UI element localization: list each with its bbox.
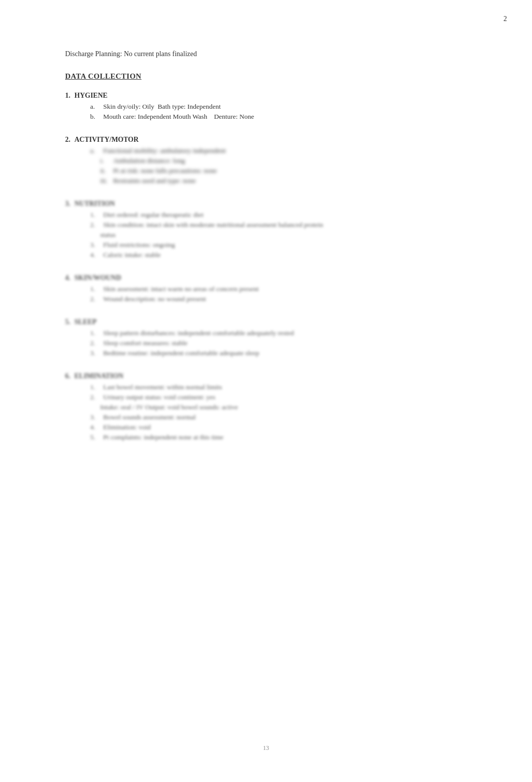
sub-item-3-4-text: Caloric intake: stable [103, 251, 161, 259]
item-5-header: 5. SLEEP [65, 318, 467, 326]
sub-item-4-1-text: Skin assessment: intact warm no areas of… [103, 285, 258, 293]
sub-letter-2a-3: iii. [100, 177, 109, 185]
item-2-header: 2. ACTIVITY/MOTOR [65, 136, 467, 144]
sub-item-1b: b. Mouth care: Independent Mouth Wash De… [90, 113, 467, 121]
discharge-planning-text: Discharge Planning: No current plans fin… [65, 50, 467, 58]
sub-item-2a-2-text: Pt at risk: none falls precautions: none [113, 167, 217, 175]
item-6-sublist: 1. Last bowel movement: within normal li… [65, 383, 467, 441]
sub-item-1a: a. Skin dry/oily: Oily Bath type: Indepe… [90, 103, 467, 111]
sub-item-6-4: 4. Elimination: void [90, 423, 467, 431]
sub-item-3-3-text: Fluid restrictions: ongoing [103, 241, 175, 249]
sub-item-5-1-text: Sleep pattern disturbances: independent … [103, 329, 294, 337]
sub-item-3-2: 2. Skin condition: intact skin with mode… [90, 221, 467, 229]
item-3-header: 3. NUTRITION [65, 200, 467, 208]
item-4-header: 4. SKIN/WOUND [65, 274, 467, 282]
sub-letter-6-4: 4. [90, 423, 99, 431]
item-1-sublist: a. Skin dry/oily: Oily Bath type: Indepe… [65, 103, 467, 121]
item-5-sublist: 1. Sleep pattern disturbances: independe… [65, 329, 467, 357]
sub-item-2a-2: ii. Pt at risk: none falls precautions: … [90, 167, 467, 175]
sub-item-6-1-text: Last bowel movement: within normal limit… [103, 383, 222, 391]
sub-item-2a-3: iii. Restraints used and type: none [90, 177, 467, 185]
list-item-6: 6. ELIMINATION 1. Last bowel movement: w… [65, 372, 467, 441]
sub-item-5-2: 2. Sleep comfort measures: stable [90, 339, 467, 347]
item-3-sublist: 1. Diet ordered: regular therapeutic die… [65, 211, 467, 259]
item-4-label: SKIN/WOUND [75, 274, 121, 282]
item-5-label: SLEEP [75, 318, 97, 326]
sub-letter-3-1: 1. [90, 211, 99, 219]
sub-item-6-4-text: Elimination: void [103, 423, 151, 431]
document-page: 2 Discharge Planning: No current plans f… [0, 0, 532, 782]
sub-letter-6-2: 2. [90, 393, 99, 401]
sub-item-3-2-text: Skin condition: intact skin with moderat… [103, 221, 323, 229]
sub-item-3-1: 1. Diet ordered: regular therapeutic die… [90, 211, 467, 219]
sub-letter-3-4: 4. [90, 251, 99, 259]
sub-item-3-2a: status [90, 231, 467, 239]
page-footer: 13 [263, 744, 269, 752]
item-6-num: 6. [65, 372, 71, 380]
sub-item-6-2a: Intake: oral / IV Output: void bowel sou… [90, 403, 467, 411]
sub-item-2a-3-text: Restraints used and type: none [113, 177, 196, 185]
sub-item-6-2a-text: Intake: oral / IV Output: void bowel sou… [100, 403, 238, 411]
item-2-sublist: a. Functional mobility: ambulatory indep… [65, 147, 467, 185]
sub-item-6-5-text: Pt complaints: independent none at this … [103, 433, 223, 441]
sub-letter-5-3: 3. [90, 349, 99, 357]
sub-item-6-1: 1. Last bowel movement: within normal li… [90, 383, 467, 391]
item-2-label: ACTIVITY/MOTOR [75, 136, 139, 144]
sub-letter-b: b. [90, 113, 99, 121]
sub-item-6-2: 2. Urinary output status: void continent… [90, 393, 467, 401]
sub-letter-2a-1: i. [100, 157, 109, 165]
item-2-num: 2. [65, 136, 71, 144]
sub-item-3-3: 3. Fluid restrictions: ongoing [90, 241, 467, 249]
sub-letter-3-2: 2. [90, 221, 99, 229]
sub-item-2a-1: i. Ambulation distance: long [90, 157, 467, 165]
sub-item-6-5: 5. Pt complaints: independent none at th… [90, 433, 467, 441]
sub-item-4-2-text: Wound description: no wound present [103, 295, 206, 303]
item-6-header: 6. ELIMINATION [65, 372, 467, 380]
sub-letter-4-2: 2. [90, 295, 99, 303]
sub-item-6-3-text: Bowel sounds assessment: normal [103, 413, 196, 421]
sub-item-2a: a. Functional mobility: ambulatory indep… [90, 147, 467, 155]
sub-letter-5-1: 1. [90, 329, 99, 337]
list-item-5: 5. SLEEP 1. Sleep pattern disturbances: … [65, 318, 467, 357]
sub-item-3-4: 4. Caloric intake: stable [90, 251, 467, 259]
list-item-3: 3. NUTRITION 1. Diet ordered: regular th… [65, 200, 467, 259]
sub-letter-5-2: 2. [90, 339, 99, 347]
item-1-header: 1. HYGIENE [65, 92, 467, 100]
sub-item-2a-text: Functional mobility: ambulatory independ… [103, 147, 226, 155]
item-4-sublist: 1. Skin assessment: intact warm no areas… [65, 285, 467, 303]
item-1-num: 1. [65, 92, 71, 100]
sub-item-1b-text: Mouth care: Independent Mouth Wash Dentu… [103, 113, 254, 121]
sub-item-6-3: 3. Bowel sounds assessment: normal [90, 413, 467, 421]
sub-item-6-2-text: Urinary output status: void continent: y… [103, 393, 215, 401]
item-3-label: NUTRITION [75, 200, 115, 208]
sub-item-5-3: 3. Bedtime routine: independent comforta… [90, 349, 467, 357]
list-item-4: 4. SKIN/WOUND 1. Skin assessment: intact… [65, 274, 467, 303]
section-title: DATA COLLECTION [65, 72, 467, 81]
item-5-num: 5. [65, 318, 71, 326]
sub-item-4-1: 1. Skin assessment: intact warm no areas… [90, 285, 467, 293]
item-3-num: 3. [65, 200, 71, 208]
sub-item-5-3-text: Bedtime routine: independent comfortable… [103, 349, 259, 357]
sub-item-2a-1-text: Ambulation distance: long [113, 157, 185, 165]
sub-letter-6-1: 1. [90, 383, 99, 391]
sub-letter-2a-2: ii. [100, 167, 109, 175]
sub-letter-6-3: 3. [90, 413, 99, 421]
sub-item-5-1: 1. Sleep pattern disturbances: independe… [90, 329, 467, 337]
sub-letter-3-3: 3. [90, 241, 99, 249]
sub-item-4-2: 2. Wound description: no wound present [90, 295, 467, 303]
list-item-hygiene: 1. HYGIENE a. Skin dry/oily: Oily Bath t… [65, 92, 467, 121]
item-1-label: HYGIENE [75, 92, 108, 100]
sub-item-3-1-text: Diet ordered: regular therapeutic diet [103, 211, 203, 219]
sub-item-1a-text: Skin dry/oily: Oily Bath type: Independe… [103, 103, 221, 111]
sub-letter-a: a. [90, 103, 99, 111]
sub-item-5-2-text: Sleep comfort measures: stable [103, 339, 187, 347]
sub-letter-4-1: 1. [90, 285, 99, 293]
main-list: 1. HYGIENE a. Skin dry/oily: Oily Bath t… [65, 92, 467, 441]
list-item-activity: 2. ACTIVITY/MOTOR a. Functional mobility… [65, 136, 467, 185]
sub-item-3-2a-text: status [100, 231, 116, 239]
sub-letter-2a: a. [90, 147, 99, 155]
sub-letter-6-5: 5. [90, 433, 99, 441]
item-4-num: 4. [65, 274, 71, 282]
page-number: 2 [503, 15, 507, 23]
item-6-label: ELIMINATION [75, 372, 124, 380]
